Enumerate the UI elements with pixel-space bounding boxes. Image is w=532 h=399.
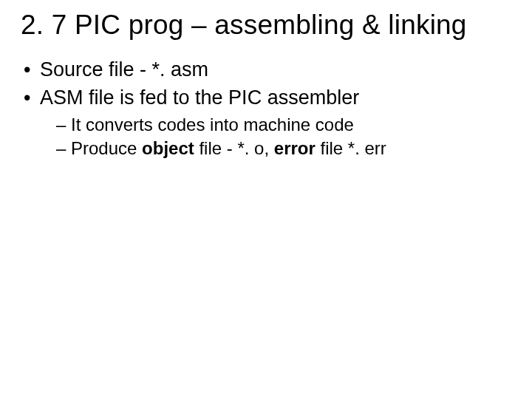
bullet-text-1: Source file - *. asm bbox=[40, 58, 208, 81]
sub-bullet-list: It converts codes into machine code Prod… bbox=[56, 114, 511, 160]
sub-bullet-text-1: It converts codes into machine code bbox=[71, 115, 354, 134]
sub-bullet-item-2: Produce object file - *. o, error file *… bbox=[56, 137, 511, 160]
sub2-mid: file - *. o, bbox=[194, 138, 274, 158]
bullet-text-2: ASM file is fed to the PIC assembler bbox=[40, 86, 359, 109]
sub2-bold-object: object bbox=[142, 138, 194, 158]
sub-bullet-item-1: It converts codes into machine code bbox=[56, 114, 511, 136]
sub2-pre: Produce bbox=[71, 138, 142, 158]
bullet-list: Source file - *. asm ASM file is fed to … bbox=[24, 58, 511, 160]
bullet-item-1: Source file - *. asm bbox=[24, 58, 511, 83]
slide-title: 2. 7 PIC prog – assembling & linking bbox=[21, 9, 511, 41]
sub2-post: file *. err bbox=[316, 138, 386, 158]
bullet-item-2: ASM file is fed to the PIC assembler It … bbox=[24, 86, 511, 160]
sub2-bold-error: error bbox=[274, 138, 316, 158]
slide: 2. 7 PIC prog – assembling & linking Sou… bbox=[0, 0, 532, 399]
